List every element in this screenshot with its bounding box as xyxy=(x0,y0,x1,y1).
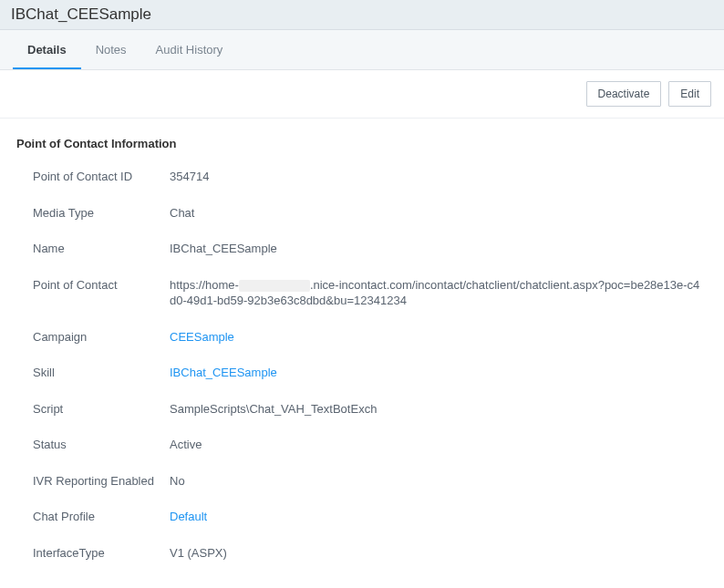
content-panel: Point of Contact Information Point of Co… xyxy=(0,119,724,588)
value-ivr: No xyxy=(170,473,706,490)
label-chat-profile: Chat Profile xyxy=(33,509,170,525)
label-poc-id: Point of Contact ID xyxy=(33,169,170,185)
label-media-type: Media Type xyxy=(33,205,170,222)
value-interface-type: V1 (ASPX) xyxy=(170,545,706,562)
label-interface-type: InterfaceType xyxy=(33,545,170,562)
header-bar: IBChat_CEESample xyxy=(0,0,724,30)
row-chat-profile: Chat Profile Default xyxy=(16,509,706,525)
row-campaign: Campaign CEESample xyxy=(16,329,706,346)
tab-details[interactable]: Details xyxy=(13,30,81,69)
section-title: Point of Contact Information xyxy=(16,137,706,150)
value-script: SampleScripts\Chat_VAH_TextBotExch xyxy=(170,401,706,418)
tab-notes[interactable]: Notes xyxy=(81,30,141,69)
link-campaign[interactable]: CEESample xyxy=(170,329,706,346)
link-skill[interactable]: IBChat_CEESample xyxy=(170,365,706,381)
label-name: Name xyxy=(33,241,170,257)
deactivate-button[interactable]: Deactivate xyxy=(586,81,662,107)
label-status: Status xyxy=(33,437,170,453)
value-poc-id: 354714 xyxy=(170,169,706,185)
label-script: Script xyxy=(33,401,170,418)
row-script: Script SampleScripts\Chat_VAH_TextBotExc… xyxy=(16,401,706,418)
row-skill: Skill IBChat_CEESample xyxy=(16,365,706,381)
label-ivr: IVR Reporting Enabled xyxy=(33,473,170,490)
poc-url-prefix: https://home- xyxy=(170,278,239,292)
row-interface-type: InterfaceType V1 (ASPX) xyxy=(16,545,706,562)
row-status: Status Active xyxy=(16,437,706,453)
actions-row: Deactivate Edit xyxy=(0,70,724,119)
row-name: Name IBChat_CEESample xyxy=(16,241,706,257)
label-skill: Skill xyxy=(33,365,170,381)
row-media-type: Media Type Chat xyxy=(16,205,706,222)
tab-audit-history[interactable]: Audit History xyxy=(141,30,238,69)
label-campaign: Campaign xyxy=(33,329,170,346)
edit-button[interactable]: Edit xyxy=(668,81,711,107)
redacted-segment xyxy=(239,280,310,292)
value-name: IBChat_CEESample xyxy=(170,241,706,257)
row-poc: Point of Contact https://home-.nice-inco… xyxy=(16,277,706,309)
label-poc: Point of Contact xyxy=(33,277,170,294)
value-status: Active xyxy=(170,437,706,453)
value-poc: https://home-.nice-incontact.com/inconta… xyxy=(170,277,706,309)
page-title: IBChat_CEESample xyxy=(11,5,713,24)
link-chat-profile[interactable]: Default xyxy=(170,509,706,525)
tabs-row: Details Notes Audit History xyxy=(0,30,724,70)
row-ivr: IVR Reporting Enabled No xyxy=(16,473,706,490)
value-media-type: Chat xyxy=(170,205,706,222)
row-poc-id: Point of Contact ID 354714 xyxy=(16,169,706,185)
